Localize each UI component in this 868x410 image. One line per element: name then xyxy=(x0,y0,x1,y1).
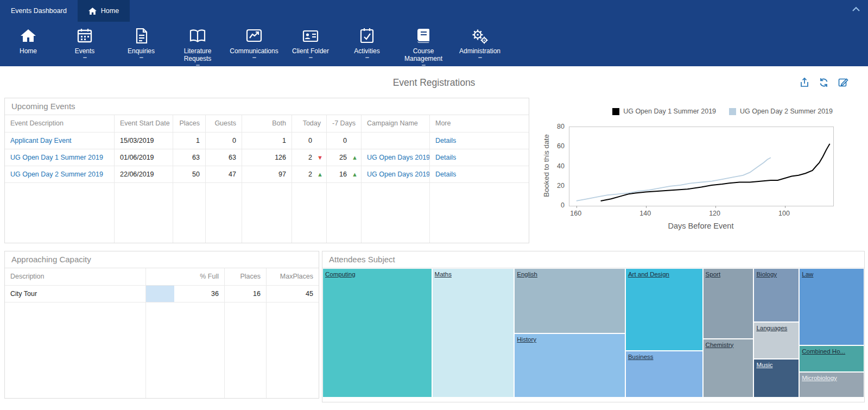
nav-item-literature-requests[interactable]: Literature Requests xyxy=(169,22,226,66)
details-link[interactable]: Details xyxy=(430,149,529,166)
id-card-icon xyxy=(301,24,320,47)
dropdown-indicator xyxy=(140,57,143,58)
treemap-tile-art-and-design[interactable]: Art and Design xyxy=(625,268,703,351)
nav-item-client-folder[interactable]: Client Folder xyxy=(282,22,339,66)
nav-label: Client Folder xyxy=(292,47,329,55)
today-value: 0 xyxy=(308,133,312,149)
nav-item-course-management[interactable]: Course Management xyxy=(395,22,452,66)
tab-label: Events Dashboard xyxy=(11,7,67,15)
treemap-tile-label: Law xyxy=(800,270,815,279)
x-tick-mark xyxy=(785,206,785,208)
line-chart-plot xyxy=(569,127,834,206)
nav-item-administration[interactable]: Administration xyxy=(452,22,508,66)
both-value: 126 xyxy=(242,149,292,166)
nav-item-activities[interactable]: Activities xyxy=(339,22,395,66)
column-header: Both xyxy=(242,115,292,133)
table-filler-cell xyxy=(292,183,327,243)
event-description-link[interactable]: UG Open Day 1 Summer 2019 xyxy=(5,149,115,166)
clipboard-check-icon xyxy=(358,24,376,47)
nav-item-events[interactable]: Events xyxy=(56,22,113,66)
seven-days-value: 0 xyxy=(343,133,347,149)
y-tick-label: 40 xyxy=(531,162,565,170)
treemap-tile-label: Music xyxy=(754,361,775,369)
campaign-link[interactable] xyxy=(362,133,430,149)
event-start-date: 22/06/2019 xyxy=(115,166,173,183)
column-header: Campaign Name xyxy=(362,115,430,133)
y-tick-label: 80 xyxy=(531,123,565,130)
places-value: 50 xyxy=(173,166,206,183)
nav-item-communications[interactable]: Communications xyxy=(226,22,282,66)
tab-label: Home xyxy=(101,7,119,15)
treemap-tile-english[interactable]: English xyxy=(514,268,625,333)
places-value: 63 xyxy=(173,149,206,166)
treemap-tile-label: Combined Ho... xyxy=(800,347,847,356)
table-filler-cell xyxy=(362,183,430,243)
dropdown-indicator xyxy=(422,65,426,66)
edit-icon[interactable] xyxy=(838,77,848,88)
column-header: % Full xyxy=(146,268,225,286)
treemap-tile-business[interactable]: Business xyxy=(625,351,703,398)
capacity-places: 16 xyxy=(225,286,267,302)
event-description-link[interactable]: UG Open Day 2 Summer 2019 xyxy=(5,166,115,183)
page-title: Event Registrations xyxy=(0,77,868,89)
panel-title: Approaching Capacity xyxy=(5,251,319,268)
treemap-tile-chemistry[interactable]: Chemistry xyxy=(703,339,754,398)
treemap-tile-history[interactable]: History xyxy=(514,333,625,398)
panel-title: Attendees Subject xyxy=(322,251,864,268)
treemap-tile-label: History xyxy=(515,335,538,344)
dropdown-indicator xyxy=(252,57,256,58)
percent-full-value: 36 xyxy=(151,286,219,302)
nav-label: Home xyxy=(20,47,37,55)
treemap-tile-music[interactable]: Music xyxy=(753,359,799,398)
main-nav-bar: Home Events Enquiries xyxy=(0,22,868,66)
both-value: 1 xyxy=(242,133,292,149)
treemap-tile-law[interactable]: Law xyxy=(799,268,864,345)
chart-legend: UG Open Day 1 Summer 2019 UG Open Day 2 … xyxy=(612,108,833,115)
export-icon[interactable] xyxy=(799,77,810,88)
dropdown-indicator xyxy=(196,65,200,66)
table-filler-cell xyxy=(115,183,173,243)
treemap-tile-languages[interactable]: Languages xyxy=(753,322,799,359)
registrations-chart-panel: UG Open Day 1 Summer 2019 UG Open Day 2 … xyxy=(531,98,865,243)
nav-item-enquiries[interactable]: Enquiries xyxy=(113,22,169,66)
treemap-tile-maths[interactable]: Maths xyxy=(432,268,515,398)
treemap-tile-sport[interactable]: Sport xyxy=(703,268,754,339)
treemap-tile-label: Chemistry xyxy=(704,340,736,349)
nav-label: Literature Requests xyxy=(169,47,226,62)
legend-item: UG Open Day 1 Summer 2019 xyxy=(612,108,716,115)
refresh-icon[interactable] xyxy=(818,77,829,88)
event-description-link[interactable]: Applicant Day Event xyxy=(5,133,115,149)
trend-up-icon: ▲ xyxy=(347,149,358,166)
guests-value: 63 xyxy=(206,149,242,166)
table-filler-cell xyxy=(5,183,115,243)
nav-label: Activities xyxy=(354,47,379,55)
treemap-tile-combined-ho[interactable]: Combined Ho... xyxy=(799,345,864,372)
x-tick-label: 120 xyxy=(709,210,720,217)
dropdown-indicator xyxy=(365,57,369,58)
treemap-tile-computing[interactable]: Computing xyxy=(322,268,432,398)
nav-item-home[interactable]: Home xyxy=(0,22,56,66)
details-link[interactable]: Details xyxy=(430,166,529,183)
campaign-link[interactable]: UG Open Days 2019 xyxy=(362,149,430,166)
treemap-tile-label: Languages xyxy=(754,324,789,332)
campaign-link[interactable]: UG Open Days 2019 xyxy=(362,166,430,183)
tab-home[interactable]: Home xyxy=(78,0,130,22)
treemap-tile-label: Business xyxy=(626,352,656,361)
treemap-tile-microbiology[interactable]: Microbiology xyxy=(799,372,864,398)
x-tick-label: 140 xyxy=(639,210,651,217)
percent-full-cell: 36 xyxy=(146,286,225,302)
book-icon xyxy=(414,24,433,47)
column-header: Description xyxy=(5,268,146,286)
collapse-chevron-up-icon[interactable] xyxy=(852,7,860,12)
treemap-tile-biology[interactable]: Biology xyxy=(753,268,799,322)
series-line-0 xyxy=(601,144,830,201)
tab-events-dashboard[interactable]: Events Dashboard xyxy=(0,0,78,22)
y-tick-label: 20 xyxy=(531,182,565,190)
x-tick-mark xyxy=(576,206,577,208)
top-tab-strip: Events Dashboard Home xyxy=(0,0,868,22)
details-link[interactable]: Details xyxy=(430,133,529,149)
column-header: Guests xyxy=(206,115,242,133)
nav-label: Course Management xyxy=(395,47,452,62)
open-book-icon xyxy=(188,24,207,47)
y-tick-label: 0 xyxy=(531,201,565,209)
